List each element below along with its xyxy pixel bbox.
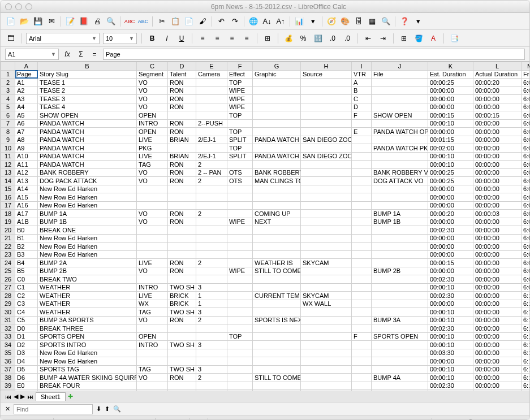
cell[interactable]: Page — [15, 70, 38, 79]
cell[interactable]: C1 — [15, 283, 38, 292]
cell[interactable]: RON — [168, 103, 196, 111]
cell[interactable] — [253, 390, 301, 391]
cell[interactable]: PANDA WATCH — [38, 128, 137, 136]
row-header[interactable]: 22 — [1, 243, 15, 251]
cell[interactable] — [168, 111, 196, 120]
cell[interactable] — [253, 283, 301, 292]
cell[interactable]: TOP — [227, 332, 253, 341]
add-sheet-icon[interactable]: ✚ — [68, 393, 73, 400]
row-header[interactable]: 13 — [1, 168, 15, 177]
cell[interactable]: 00:00:00 — [473, 243, 522, 251]
cell[interactable] — [227, 185, 253, 193]
cell[interactable] — [253, 332, 301, 341]
cell[interactable] — [253, 357, 301, 366]
cell[interactable]: 00:00:10 — [428, 308, 473, 317]
last-sheet-icon[interactable]: ⏭ — [27, 393, 33, 400]
cell[interactable] — [227, 250, 253, 259]
cell[interactable] — [352, 324, 372, 333]
cell[interactable]: SPLIT — [227, 136, 253, 144]
cell[interactable]: D — [352, 103, 372, 111]
cell[interactable] — [301, 111, 352, 120]
cell[interactable]: RON — [168, 374, 196, 382]
cell[interactable]: A17 — [15, 210, 38, 218]
row-header[interactable]: 40 — [1, 390, 15, 391]
cell[interactable] — [168, 201, 196, 210]
cell[interactable]: LIVE — [137, 136, 168, 144]
cell[interactable]: 00:00:00 — [473, 136, 522, 144]
cell[interactable] — [168, 275, 196, 284]
cell[interactable]: 00:00:10 — [428, 341, 473, 349]
cell[interactable]: 00:00:15 — [473, 111, 522, 120]
cell[interactable] — [253, 128, 301, 136]
cell[interactable]: 00:00:00 — [473, 128, 522, 136]
col-header-B[interactable]: B — [38, 62, 137, 71]
cell[interactable]: SAN DIEGO ZOO — [301, 152, 352, 161]
cell[interactable]: BREAK ONE — [38, 226, 137, 235]
cell[interactable]: WEATHER — [38, 308, 137, 317]
cell[interactable]: D3 — [15, 349, 38, 357]
cell[interactable] — [253, 144, 301, 153]
cell[interactable] — [253, 341, 301, 349]
cell[interactable] — [372, 234, 428, 243]
cell[interactable] — [253, 119, 301, 128]
cell[interactable]: LIVE — [137, 292, 168, 300]
pdf-icon[interactable]: 📕 — [78, 16, 89, 27]
cell[interactable] — [253, 300, 301, 308]
cell[interactable] — [372, 250, 428, 259]
cell[interactable] — [352, 144, 372, 153]
cell[interactable]: 00:00:10 — [428, 374, 473, 382]
cell[interactable]: New Row Ed Harken — [38, 250, 137, 259]
cell[interactable]: 6:03: — [522, 177, 530, 185]
cell[interactable]: 00:00:00 — [473, 316, 522, 324]
cell[interactable]: 2 -- PAN — [196, 168, 227, 177]
cell[interactable]: F — [352, 111, 372, 120]
cell[interactable]: A3 — [15, 95, 38, 103]
cell[interactable]: TAG — [137, 365, 168, 374]
cell[interactable]: 00:00:00 — [473, 250, 522, 259]
cell[interactable]: D4 — [15, 357, 38, 366]
cell[interactable]: RON — [168, 390, 196, 391]
autospell-icon[interactable]: ABC — [137, 16, 149, 27]
cell[interactable] — [253, 382, 301, 390]
cell[interactable]: VO — [137, 103, 168, 111]
cell[interactable] — [137, 357, 168, 366]
row-header[interactable]: 28 — [1, 292, 15, 300]
sum-display[interactable]: Sum=0 — [364, 418, 432, 421]
cell[interactable]: 6:04: — [522, 201, 530, 210]
cell[interactable] — [372, 193, 428, 202]
cell[interactable]: BUMP 1A — [372, 210, 428, 218]
cell[interactable]: New Row Ed Harken — [38, 243, 137, 251]
cell[interactable] — [301, 95, 352, 103]
cell[interactable]: BUMP 2B — [38, 267, 137, 275]
col-header-A[interactable]: A — [15, 62, 38, 71]
open-icon[interactable]: 📂 — [19, 16, 30, 27]
cell[interactable] — [227, 243, 253, 251]
cell[interactable]: LIVE — [137, 259, 168, 267]
cell[interactable]: 00:00:00 — [473, 226, 522, 235]
row-header[interactable]: 11 — [1, 152, 15, 161]
row-header[interactable]: 39 — [1, 382, 15, 390]
cell[interactable] — [301, 324, 352, 333]
cell[interactable]: 00:00:00 — [473, 374, 522, 382]
cell[interactable]: BANK ROBBERY VO — [372, 168, 428, 177]
cell[interactable]: 3 — [196, 308, 227, 317]
cell[interactable] — [301, 283, 352, 292]
cell[interactable]: 00:03:30 — [428, 349, 473, 357]
cell[interactable]: 00:00:00 — [473, 308, 522, 317]
cell[interactable] — [352, 390, 372, 391]
sort-desc-icon[interactable]: A↑ — [275, 16, 286, 27]
cell[interactable]: A5 — [15, 111, 38, 120]
row-header[interactable]: 26 — [1, 275, 15, 284]
cell[interactable] — [137, 243, 168, 251]
cell[interactable]: 6:04: — [522, 193, 530, 202]
cell[interactable]: 00:00:10 — [428, 283, 473, 292]
cell[interactable] — [253, 79, 301, 87]
minimize-window-button[interactable] — [15, 3, 22, 10]
formula-input[interactable]: Page — [103, 49, 525, 60]
col-header-J[interactable]: J — [372, 62, 428, 71]
cell[interactable] — [372, 119, 428, 128]
cell[interactable] — [301, 103, 352, 111]
cell[interactable]: BRIAN — [168, 152, 196, 161]
cell[interactable]: 00:00:00 — [428, 243, 473, 251]
cell[interactable]: BUMP 4A — [372, 374, 428, 382]
